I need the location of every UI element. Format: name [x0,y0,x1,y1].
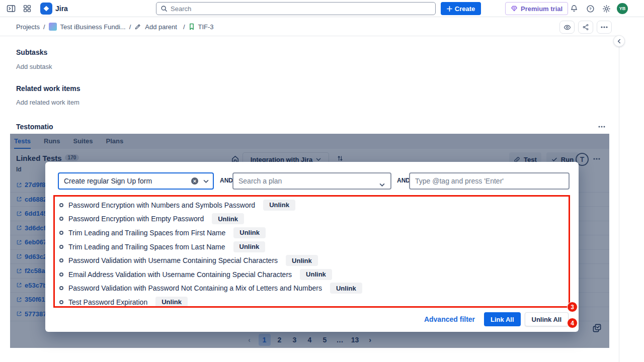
link-tests-modal: Create regular Sign Up form × AND AND Pa… [45,162,579,332]
breadcrumb-issue-key[interactable]: TIF-3 [198,23,214,31]
list-item: Email Address Validation with Username C… [59,267,362,282]
svg-text:?: ? [589,7,592,11]
unlink-button[interactable]: Unlink [233,241,266,252]
share-icon [582,24,589,31]
watch-button[interactable] [559,21,575,34]
plan-search-input[interactable] [232,172,391,190]
chevron-left-icon [617,39,622,44]
test-title: Password Encryption with Numbers and Sym… [68,201,255,209]
test-title: Password Validation with Username Contai… [68,256,278,264]
breadcrumb: Projects / Test iBusiness Fundi... / Add… [16,21,214,33]
list-item: Trim Leading and Trailing Spaces from Fi… [59,226,362,240]
unlink-button[interactable]: Unlink [155,297,188,308]
and-label: AND [397,177,410,184]
avatar[interactable]: YB [617,3,628,14]
app-name-label: Jira [55,5,68,13]
annotation-badge-3: 3 [567,302,578,312]
link-all-button[interactable]: Link All [484,312,520,326]
ellipsis-icon [601,26,608,28]
testomatio-more-icon[interactable] [598,125,606,129]
search-icon [160,5,168,12]
bell-icon[interactable] [570,4,579,13]
breadcrumb-separator: / [183,23,185,31]
breadcrumb-separator: / [129,23,131,31]
chevron-down-icon[interactable] [203,179,209,183]
more-actions-button[interactable] [597,21,612,34]
list-item: Test Password ExpirationUnlink [59,295,362,309]
plus-icon [447,6,452,12]
unlink-all-button[interactable]: Unlink All [525,312,569,326]
create-button-label: Create [455,5,475,13]
unlink-button[interactable]: Unlink [300,269,332,280]
app-grid-icon[interactable] [22,4,32,14]
and-label: AND [220,177,233,184]
bullet-icon [59,300,63,304]
bullet-icon [59,217,63,221]
breadcrumb-projects[interactable]: Projects [16,23,40,31]
share-button[interactable] [578,21,593,34]
edit-icon [134,23,141,30]
project-avatar-icon [49,23,57,31]
test-title: Email Address Validation with Username C… [68,270,292,279]
bookmark-icon [189,23,195,30]
global-search[interactable] [156,2,436,15]
premium-trial-button[interactable]: Premium trial [505,2,568,15]
unlink-button[interactable]: Unlink [263,200,295,211]
bullet-icon [59,231,63,235]
add-related-work-item-button[interactable]: Add related work item [16,99,79,106]
list-item: Password Encryption with Empty PasswordU… [59,212,362,226]
add-subtask-button[interactable]: Add subtask [16,63,52,70]
list-item: Password Encryption with Numbers and Sym… [59,198,362,212]
subtasks-title: Subtasks [16,48,47,56]
collapse-panel-button[interactable] [613,35,625,47]
breadcrumb-separator: / [43,23,45,31]
annotation-badge-4: 4 [567,318,578,328]
top-navbar: Jira Create Premium trial ? YB [0,0,644,17]
test-title: Trim Leading and Trailing Spaces from La… [68,243,225,251]
bullet-icon [59,273,63,277]
list-item: Password Validation with Username Contai… [59,253,362,267]
test-title: Password Encryption with Empty Password [68,215,204,223]
list-item: Password Validation with Password Not Co… [59,282,362,296]
test-title: Test Password Expiration [68,298,147,306]
jira-logo[interactable] [40,3,52,15]
gear-icon[interactable] [602,4,611,13]
related-work-items-title: Related work items [16,84,80,93]
advanced-filter-link[interactable]: Advanced filter [424,315,475,323]
breadcrumb-project[interactable]: Test iBusiness Fundi... [60,23,126,31]
bullet-icon [59,258,63,262]
modal-footer: Advanced filter Link All Unlink All [424,312,569,326]
list-item: Trim Leading and Trailing Spaces from La… [59,240,362,254]
gem-icon [511,5,518,12]
jira-window: Jira Create Premium trial ? YB [0,0,644,362]
unlink-button[interactable]: Unlink [330,283,362,294]
eye-icon [564,24,571,31]
bullet-icon [59,203,63,207]
premium-trial-label: Premium trial [521,5,562,13]
create-button[interactable]: Create [441,2,481,15]
bullet-icon [59,286,63,290]
header-divider [0,36,619,36]
right-panel-divider [619,36,619,362]
test-filter-value: Create regular Sign Up form [64,177,191,185]
bullet-icon [59,245,63,249]
clear-icon[interactable]: × [191,177,198,185]
add-parent-button[interactable]: Add parent [145,23,177,31]
search-input[interactable] [171,5,431,13]
test-title: Password Validation with Password Not Co… [68,284,322,292]
unlink-button[interactable]: Unlink [212,213,244,224]
sidebar-toggle-icon[interactable] [6,4,16,14]
test-title: Trim Leading and Trailing Spaces from Fi… [68,229,225,237]
linked-tests-list: Password Encryption with Numbers and Sym… [59,198,362,309]
tag-input[interactable] [409,172,570,190]
unlink-button[interactable]: Unlink [233,227,266,238]
unlink-button[interactable]: Unlink [286,255,318,266]
help-icon[interactable]: ? [586,4,595,13]
testomatio-title: Testomatio [16,123,53,131]
test-filter-combobox[interactable]: Create regular Sign Up form × [58,172,214,190]
